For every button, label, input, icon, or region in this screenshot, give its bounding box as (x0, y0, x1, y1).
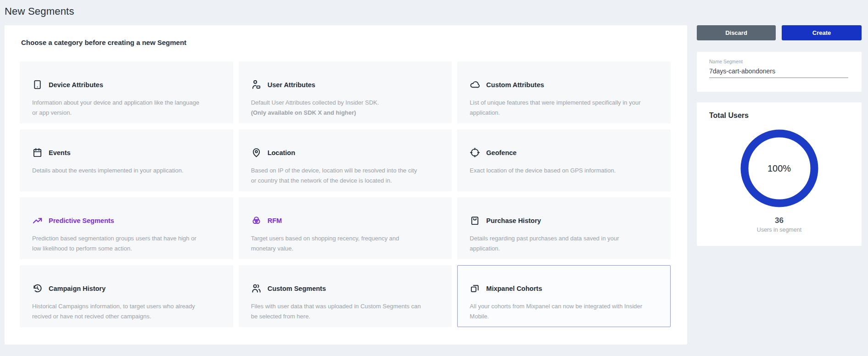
category-card-grid: Device Attributes Information about your… (20, 61, 671, 327)
category-panel: Choose a category before creating a new … (5, 25, 687, 345)
calendar-icon (32, 147, 43, 158)
card-description: Files with user data that was uploaded i… (251, 301, 424, 322)
history-icon (32, 283, 43, 294)
card-description: Historical Campaigns information, to tar… (32, 301, 205, 322)
card-predictive-segments[interactable]: Predictive Segments Prediction based seg… (20, 197, 233, 259)
panel-heading: Choose a category before creating a new … (20, 39, 671, 46)
card-title: Location (268, 149, 295, 156)
card-user-attributes[interactable]: User Attributes Default User Attributes … (239, 61, 452, 123)
card-mixpanel-cohorts[interactable]: Mixpanel Cohorts All your cohorts from M… (457, 265, 671, 327)
card-title: Custom Attributes (486, 81, 544, 89)
card-description: Target users based on shopping recency, … (251, 234, 424, 254)
card-description-note: (Only available on SDK X and higher) (251, 108, 424, 118)
card-rfm[interactable]: RFM Target users based on shopping recen… (239, 197, 452, 259)
card-title: Purchase History (486, 217, 541, 224)
trending-up-icon (32, 215, 43, 226)
page-title: New Segments (5, 6, 74, 17)
user-id-icon (251, 79, 262, 90)
card-description: Details about the events implemented in … (32, 166, 205, 176)
card-title: Campaign History (49, 285, 106, 292)
total-users-card: Total Users 100% 36 Users in segment (697, 102, 862, 246)
map-pin-icon (251, 147, 262, 158)
card-custom-segments[interactable]: Custom Segments Files with user data tha… (239, 265, 452, 327)
create-button[interactable]: Create (782, 25, 862, 40)
card-title: RFM (268, 217, 282, 224)
card-description: Prediction based segmentation groups use… (32, 234, 205, 254)
card-description: Default User Attributes collected by Ins… (251, 98, 424, 118)
card-description: All your cohorts from Mixpanel can now b… (470, 301, 643, 322)
venn-icon (251, 215, 262, 226)
card-description: List of unique features that were implem… (470, 98, 643, 118)
card-title: Custom Segments (268, 285, 326, 292)
users-icon (251, 283, 262, 294)
card-title: Mixpanel Cohorts (486, 285, 542, 292)
shopping-bag-icon (470, 215, 480, 226)
total-users-caption: Users in segment (757, 227, 801, 233)
card-title: Predictive Segments (49, 217, 114, 224)
card-custom-attributes[interactable]: Custom Attributes List of unique feature… (457, 61, 671, 123)
card-events[interactable]: Events Details about the events implemen… (20, 129, 233, 191)
card-purchase-history[interactable]: Purchase History Details regarding past … (457, 197, 671, 259)
name-segment-label: Name Segment (709, 59, 848, 64)
crosshair-icon (470, 147, 480, 158)
card-title: User Attributes (268, 81, 315, 89)
tablet-icon (32, 79, 43, 90)
card-description: Exact location of the device based on GP… (470, 166, 643, 176)
card-title: Events (49, 149, 71, 156)
link-squares-icon (470, 283, 480, 294)
card-title: Device Attributes (49, 81, 103, 89)
card-device-attributes[interactable]: Device Attributes Information about your… (20, 61, 233, 123)
name-segment-input[interactable] (709, 67, 848, 78)
card-description: Based on IP of the device, location will… (251, 166, 424, 186)
card-campaign-history[interactable]: Campaign History Historical Campaigns in… (20, 265, 233, 327)
card-title: Geofence (486, 149, 516, 156)
card-description: Details regarding past purchases and dat… (470, 234, 643, 254)
total-users-title: Total Users (697, 111, 749, 120)
card-description: Information about your device and applic… (32, 98, 205, 118)
card-location[interactable]: Location Based on IP of the device, loca… (239, 129, 452, 191)
total-users-percent: 100% (738, 127, 821, 210)
card-geofence[interactable]: Geofence Exact location of the device ba… (457, 129, 671, 191)
segment-sidebar: Discard Create Name Segment Total Users … (697, 25, 862, 246)
cloud-icon (470, 79, 480, 90)
discard-button[interactable]: Discard (697, 25, 776, 40)
name-segment-card: Name Segment (697, 52, 862, 92)
total-users-count: 36 (775, 216, 784, 225)
total-users-donut: 100% (738, 127, 821, 210)
